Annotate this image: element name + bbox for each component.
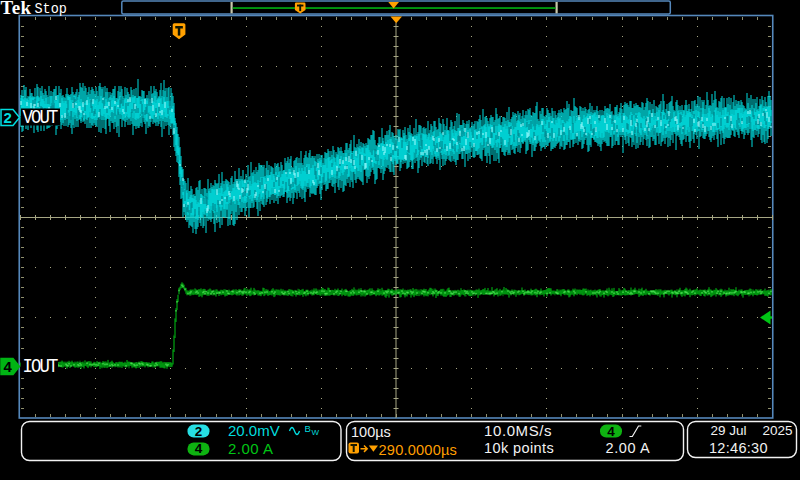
svg-text:W: W bbox=[312, 428, 320, 437]
svg-text:4: 4 bbox=[195, 441, 203, 456]
svg-text:Stop: Stop bbox=[35, 0, 67, 17]
svg-text:2.00 A: 2.00 A bbox=[606, 440, 651, 456]
svg-text:10.0MS/s: 10.0MS/s bbox=[484, 422, 552, 439]
svg-text:4: 4 bbox=[4, 358, 13, 375]
svg-text:20.0mV: 20.0mV bbox=[228, 422, 280, 439]
svg-text:100µs: 100µs bbox=[351, 424, 391, 440]
svg-text:B: B bbox=[305, 423, 311, 434]
svg-text:2: 2 bbox=[4, 109, 12, 126]
svg-text:IOUT: IOUT bbox=[23, 354, 58, 378]
svg-text:4: 4 bbox=[607, 424, 615, 439]
svg-text:VOUT: VOUT bbox=[23, 105, 58, 129]
svg-text:290.0000µs: 290.0000µs bbox=[379, 442, 458, 458]
svg-text:2.00 A: 2.00 A bbox=[228, 440, 274, 457]
svg-text:12:46:30: 12:46:30 bbox=[709, 440, 768, 456]
svg-text:10k points: 10k points bbox=[484, 440, 554, 456]
svg-text:29 Jul: 29 Jul bbox=[711, 423, 747, 438]
svg-text:Tek: Tek bbox=[1, 0, 32, 18]
svg-text:2: 2 bbox=[195, 424, 203, 439]
svg-text:2025: 2025 bbox=[762, 423, 792, 438]
